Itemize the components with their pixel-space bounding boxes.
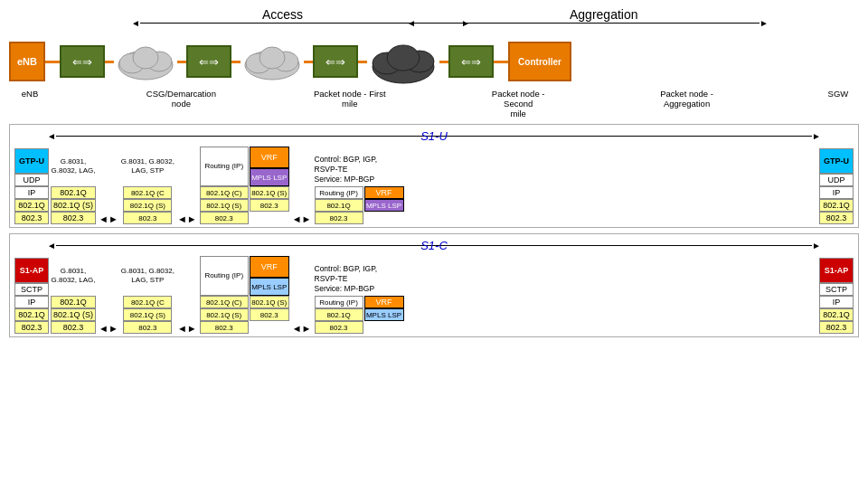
ps2-s-cell-r: 802.1Q (S) [250,296,289,308]
ps2-mpls: MPLS LSP [250,278,289,296]
router4-box: ⇐⇒ [448,45,494,78]
ps2-routing-left: Routing (IP) [200,256,249,296]
csg-stack: 802.1Q 802.1Q (S) 802.3 [51,186,96,224]
ps-vrf: VRF [250,147,289,168]
ps2-vrf: VRF [250,256,289,278]
agg-8021q2: 802.1Q [315,308,363,321]
pf-c-cell: 802.1Q (C [123,186,172,199]
dark-cloud [367,38,439,85]
pkt-first-text: G.8031, G.8032,LAG, STP [121,147,175,186]
pkt-first-area2: G.8031, G.8032,LAG, STP 802.1Q (C 802.1Q… [121,256,175,334]
label-sgw: SGW [819,89,857,118]
s1c-arrow-row: ◄ S1-C ► [14,237,854,253]
agg-vrf2: VRF [364,296,404,308]
router2-box: ⇐⇒ [186,45,231,78]
csg-c-cell: 802.1Q [51,186,96,199]
arr3: ◄► [291,186,313,224]
router3-box: ⇐⇒ [313,45,358,78]
agg-vrf-stack: VRF MPLS LSP [364,186,404,224]
agg-8023: 802.3 [315,212,363,224]
main-container: ◄ ► Access ◄ ► Aggregation eNB ⇐⇒ [0,0,868,345]
label-packet-second: Packet node - Secondmile [482,89,554,118]
line3 [231,61,241,63]
csg-text2: G.8031,G.8032, LAG, [52,256,96,296]
router1-box: ⇐⇒ [60,45,105,78]
ps-c-cell-l: 802.1Q (C) [200,186,249,199]
s1u-protocol-row: GTP-U UDP IP 802.1Q 802.3 G.8031,G.8032,… [14,147,854,224]
pkt-first-stack: 802.1Q (C 802.1Q (S) 802.3 [123,186,172,224]
arr2: ◄► [176,186,198,224]
left-ip-cell2: IP [14,296,49,308]
right-8023-cell2: 802.3 [819,321,854,334]
left-8021q-cell2: 802.1Q [14,308,49,321]
agg-80232: 802.3 [315,321,363,334]
control-text-s1c: Control: BGP, IGP,RSVP-TEService: MP-BGP [315,264,818,294]
pkt-first-text2: G.8031, G.8032,LAG, STP [121,256,175,296]
agg-mpls2: MPLS LSP [364,308,404,321]
csg-8023-cell: 802.3 [51,212,96,224]
s1c-protocol-row: S1-AP SCTP IP 802.1Q 802.3 G.8031,G.8032… [14,256,854,334]
agg-routing-stack: Routing (IP) 802.1Q 802.3 [315,186,363,224]
csg-stack2: 802.1Q 802.1Q (S) 802.3 [51,296,96,334]
right-s1ap-cell: S1-AP [819,258,854,283]
ps2-c-cell-l: 802.1Q (C) [200,296,249,308]
right-gtpu-stack: GTP-U UDP IP 802.1Q 802.3 [819,148,854,224]
label-packet-first: Packet node - Firstmile [314,89,386,118]
label-csg: CSG/Demarcation node [145,89,217,118]
agg-8021q: 802.1Q [315,199,363,212]
s1u-label: S1-U [420,129,448,143]
ps-s-cell-r: 802.1Q (S) [250,186,289,199]
ps2-8023-l: 802.3 [200,321,249,334]
pkt-second-area2: Routing (IP) 802.1Q (C) 802.1Q (S) 802.3… [200,256,289,334]
svg-point-3 [133,47,158,69]
line5 [358,61,367,63]
right-ip-cell: IP [819,186,854,199]
left-ip-cell: IP [14,186,49,199]
agg-area2: Control: BGP, IGP,RSVP-TEService: MP-BGP… [315,264,818,334]
left-s1ap-stack: S1-AP SCTP IP 802.1Q 802.3 [14,258,49,334]
pkt-second-stack2-right: VRF MPLS LSP 802.1Q (S) 802.3 [250,256,289,334]
csg-text: G.8031,G.8032, LAG, [52,147,96,186]
right-s1ap-stack: S1-AP SCTP IP 802.1Q 802.3 [819,258,854,334]
ps-mpls: MPLS LSP [250,168,289,186]
ps-8023-l: 802.3 [200,212,249,224]
agg-stacks2: Routing (IP) 802.1Q 802.3 VRF MPLS LSP [315,296,818,334]
pkt-second-stack2-left: Routing (IP) 802.1Q (C) 802.1Q (S) 802.3 [200,256,249,334]
left-sctp-cell: SCTP [14,283,49,296]
line1 [105,61,114,63]
agg-mpls: MPLS LSP [364,199,404,212]
line2 [177,61,186,63]
label-enb: eNB [11,89,49,118]
csg2-8023-cell: 802.3 [51,321,96,334]
agg-stacks: Routing (IP) 802.1Q 802.3 VRF MPLS LSP [315,186,818,224]
ps-s-cell-l: 802.1Q (S) [200,199,249,212]
agg-vrf: VRF [364,186,404,199]
node-labels-row: eNB CSG/Demarcation node Packet node - F… [9,89,859,118]
agg-routing: Routing (IP) [315,186,363,199]
control-text-s1u: Control: BGP, IGP,RSVP-TEService: MP-BGP [315,155,818,184]
pf-8023-cell: 802.3 [123,212,172,224]
agg-routing2: Routing (IP) [315,296,363,308]
network-diagram-row: eNB ⇐⇒ ⇐⇒ [9,36,859,87]
pf2-s-cell: 802.1Q (S) [123,308,172,321]
arr4: ◄► [98,296,119,334]
pkt-first-area: G.8031, G.8032,LAG, STP 802.1Q (C 802.1Q… [121,147,175,224]
svg-point-11 [387,45,420,71]
csg-area2: G.8031,G.8032, LAG, 802.1Q 802.1Q (S) 80… [51,256,96,334]
right-8021q-cell: 802.1Q [819,199,854,212]
left-8023-cell2: 802.3 [14,321,49,334]
left-s1ap-cell: S1-AP [14,258,49,283]
arr1: ◄► [98,186,119,224]
pf-s-cell: 802.1Q (S) [123,199,172,212]
right-ip-cell2: IP [819,296,854,308]
s1u-arrow-row: ◄ S1-U ► [14,128,854,144]
pkt-second-stack-right: VRF MPLS LSP 802.1Q (S) 802.3 [250,147,289,224]
left-udp-cell: UDP [14,174,49,186]
left-gtpu-stack: GTP-U UDP IP 802.1Q 802.3 [14,148,49,224]
controller-box: Controller [508,42,571,81]
ps-routing-left: Routing (IP) [200,147,249,186]
ps2-s-cell-l: 802.1Q (S) [200,308,249,321]
csg-area: G.8031,G.8032, LAG, 802.1Q 802.1Q (S) 80… [51,147,96,224]
arr5: ◄► [176,296,198,334]
cloud1 [114,40,177,83]
